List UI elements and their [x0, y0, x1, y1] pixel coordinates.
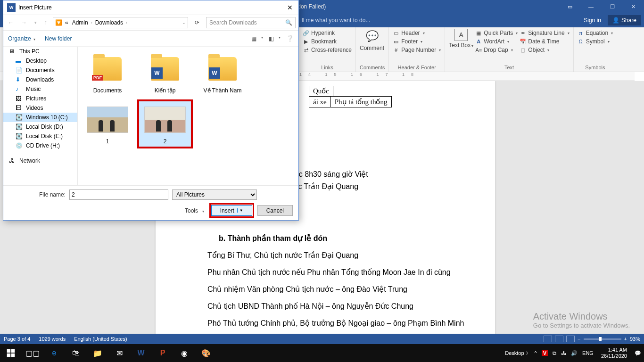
paragraph[interactable]: Tổng Bí Thư, Chủ tịch nước Trần Đại Quan…	[207, 250, 471, 261]
language-indicator[interactable]: English (United States)	[74, 336, 127, 342]
sidebar-item-network[interactable]: 🖧Network	[3, 156, 77, 165]
task-view-button[interactable]: ▢▢	[22, 344, 43, 362]
web-layout-button[interactable]	[566, 336, 575, 342]
print-layout-button[interactable]	[555, 336, 563, 342]
document-table[interactable]: Quốc	[309, 86, 333, 97]
store-icon[interactable]: 🛍	[65, 344, 87, 362]
footer-button[interactable]: ▭Footer▾	[393, 37, 441, 46]
sidebar-item-this-pc[interactable]: 🖥This PC	[3, 47, 77, 56]
zoom-slider[interactable]	[584, 338, 621, 340]
mail-icon[interactable]: ✉	[108, 344, 130, 362]
minimize-button[interactable]: —	[580, 0, 602, 13]
breadcrumb-segment[interactable]: Downloads	[94, 19, 124, 26]
file-explorer-icon[interactable]: 📁	[87, 344, 108, 362]
tell-me-input[interactable]: ll me what you want to do...	[302, 17, 370, 24]
sidebar-item-videos[interactable]: 🎞Videos	[3, 103, 77, 113]
filename-input[interactable]	[69, 189, 168, 200]
paragraph[interactable]: Chủ tịch UBND Thành phố Hà Nội – ông Ngu…	[207, 301, 471, 312]
document-table[interactable]: ái xe Phụ tá tổng thống	[309, 96, 392, 107]
comment-button[interactable]: 💬 Comment	[360, 29, 384, 65]
file-item-folder-vethanhnam[interactable]: W Về Thành Nam	[197, 50, 248, 96]
close-button[interactable]: ✕	[623, 0, 644, 13]
header-button[interactable]: ▭Header▾	[393, 29, 441, 37]
drop-cap-button[interactable]: A≡Drop Cap▾	[475, 46, 518, 54]
dialog-close-button[interactable]: ✕	[285, 4, 295, 11]
sidebar-item-d-drive[interactable]: 💽Local Disk (D:)	[3, 122, 77, 132]
sidebar-item-downloads[interactable]: ⬇Downloads	[3, 75, 77, 84]
sidebar-item-documents[interactable]: 📄Documents	[3, 66, 77, 75]
tray-volume-icon[interactable]: 🔊	[571, 350, 578, 356]
zoom-in-button[interactable]: +	[624, 336, 627, 342]
address-bar[interactable]: 🔽 « Admin › Downloads › ⌄	[53, 17, 188, 28]
nav-back-button[interactable]: ←	[6, 19, 16, 26]
action-center-icon[interactable]: 💬	[635, 350, 641, 356]
table-cell[interactable]: ái xe	[309, 97, 331, 107]
file-item-image-1[interactable]: 1	[82, 101, 133, 147]
file-item-folder-kientap[interactable]: W Kiến tập	[139, 50, 191, 96]
sidebar-item-c-drive[interactable]: 💽Windows 10 (C:)	[3, 113, 77, 122]
view-mode-button[interactable]: ▦ ▾	[251, 35, 263, 42]
page-number-button[interactable]: #Page Number▾	[393, 46, 441, 54]
insert-button[interactable]: Insert▼	[211, 205, 252, 216]
chrome-icon[interactable]: ◉	[173, 344, 195, 362]
equation-button[interactable]: πEquation▾	[578, 29, 613, 37]
zoom-out-button[interactable]: −	[578, 336, 580, 342]
sidebar-item-desktop[interactable]: ▬Desktop	[3, 56, 77, 66]
date-time-button[interactable]: 📅Date & Time	[520, 37, 569, 46]
signin-link[interactable]: Sign in	[579, 17, 606, 24]
table-cell[interactable]: Phụ tá tổng thống	[330, 97, 391, 107]
search-input[interactable]: Search Downloads 🔍	[206, 17, 296, 28]
new-folder-button[interactable]: New folder	[45, 35, 72, 42]
paragraph[interactable]: Chủ nhiệm Văn phòng Chủ tịch nước – ông …	[207, 284, 471, 295]
powerpoint-taskbar-icon[interactable]: P	[152, 344, 173, 362]
zoom-level[interactable]: 93%	[630, 336, 640, 342]
organize-button[interactable]: Organize ▾	[8, 35, 35, 42]
hyperlink-button[interactable]: 🔗Hyperlink	[303, 29, 352, 37]
share-button[interactable]: 👤 Share	[608, 15, 641, 25]
start-button[interactable]	[0, 344, 22, 362]
edge-icon[interactable]: e	[43, 344, 65, 362]
tray-up-icon[interactable]: ^	[535, 350, 537, 356]
help-button[interactable]: ❔	[286, 35, 294, 42]
nav-recent-button[interactable]: ▾	[33, 20, 39, 25]
file-list[interactable]: PDF Documents W Kiến tập W Về Thành Nam …	[78, 47, 298, 185]
nav-up-button[interactable]: ↑	[42, 19, 49, 26]
tray-clock[interactable]: 1:41 AM 26/11/2020	[598, 347, 630, 359]
text-box-button[interactable]: A Text Box▾	[449, 29, 473, 65]
restore-button[interactable]: ❐	[602, 0, 623, 13]
tools-dropdown[interactable]: Tools ▾	[185, 207, 204, 214]
refresh-button[interactable]: ⟳	[192, 19, 202, 26]
tray-bluetooth-icon[interactable]: ⧉	[553, 350, 556, 356]
word-count[interactable]: 1029 words	[39, 336, 66, 342]
quick-parts-button[interactable]: ▦Quick Parts▾	[475, 29, 518, 37]
bookmark-button[interactable]: ▶Bookmark	[303, 37, 352, 46]
preview-pane-button[interactable]: ◧ ▾	[269, 35, 281, 42]
address-dropdown[interactable]: ⌄	[182, 20, 186, 25]
cross-reference-button[interactable]: ⇄Cross-reference	[303, 46, 352, 54]
wordart-button[interactable]: AWordArt▾	[475, 37, 518, 46]
file-item-image-2[interactable]: 2	[139, 101, 191, 147]
breadcrumb-segment[interactable]: Admin	[71, 19, 89, 26]
word-taskbar-icon[interactable]: W	[130, 344, 152, 362]
sidebar-item-cd-drive[interactable]: 💿CD Drive (H:)	[3, 141, 77, 150]
paragraph[interactable]: Phó Thủ tướng Chính phủ, Bộ trưởng Bộ Ng…	[207, 318, 471, 329]
paragraph[interactable]: Phu nhân Chủ tịch nước nếu Phu nhân Tổng…	[207, 267, 471, 278]
sidebar-item-music[interactable]: ♪Music	[3, 84, 77, 94]
read-mode-button[interactable]	[544, 336, 552, 342]
dialog-title-bar[interactable]: W Insert Picture ✕	[3, 0, 298, 15]
paint-icon[interactable]: 🎨	[195, 344, 217, 362]
show-desktop-label[interactable]: Desktop 》	[505, 350, 529, 356]
object-button[interactable]: ▢Object▾	[520, 46, 569, 54]
ribbon-options-icon[interactable]: ▭	[559, 0, 580, 13]
page-indicator[interactable]: Page 3 of 4	[4, 336, 30, 342]
tray-network-icon[interactable]: 🖧	[561, 350, 566, 356]
file-item-folder-documents[interactable]: PDF Documents	[82, 50, 133, 96]
file-filter-dropdown[interactable]: All Pictures	[172, 189, 257, 200]
cancel-button[interactable]: Cancel	[257, 205, 293, 216]
nav-forward-button[interactable]: →	[19, 19, 29, 26]
heading-b[interactable]: b. Thành phần tham dự lễ đón	[219, 233, 471, 244]
table-cell[interactable]: Quốc	[309, 86, 333, 97]
sidebar-item-e-drive[interactable]: 💽Local Disk (E:)	[3, 132, 77, 141]
insert-split-dropdown[interactable]: ▼	[237, 208, 243, 213]
signature-line-button[interactable]: ✒Signature Line▾	[520, 29, 569, 37]
